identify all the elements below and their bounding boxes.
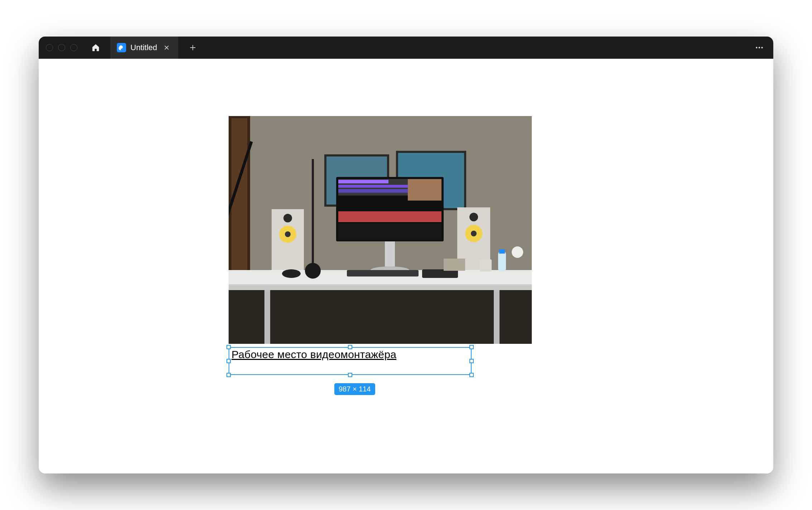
- resize-handle-w[interactable]: [226, 359, 231, 363]
- plus-icon: [189, 44, 196, 51]
- svg-point-39: [305, 263, 321, 279]
- resize-handle-s[interactable]: [348, 373, 352, 377]
- more-menu-button[interactable]: [750, 37, 768, 59]
- close-window-button[interactable]: [46, 44, 53, 51]
- home-icon: [91, 43, 100, 52]
- svg-rect-12: [264, 290, 270, 344]
- window-controls: [46, 44, 77, 51]
- svg-rect-16: [338, 180, 388, 183]
- svg-marker-10: [229, 284, 532, 290]
- svg-point-40: [282, 269, 301, 278]
- screenshot-wrapper: Untitled: [0, 0, 812, 510]
- app-icon: [117, 43, 126, 52]
- minimize-window-button[interactable]: [58, 44, 65, 51]
- svg-point-27: [283, 214, 292, 222]
- image-frame[interactable]: [229, 116, 532, 344]
- svg-point-30: [471, 231, 477, 236]
- canvas[interactable]: Рабочее место видеомонтажёра 987 × 114: [39, 59, 773, 473]
- tab-title: Untitled: [130, 43, 157, 52]
- svg-point-0: [756, 47, 757, 48]
- selection-dimensions-label: 987 × 114: [334, 383, 375, 395]
- svg-rect-36: [498, 251, 506, 271]
- resize-handle-n[interactable]: [348, 345, 352, 349]
- svg-rect-17: [338, 185, 410, 188]
- svg-rect-37: [499, 249, 505, 254]
- resize-handle-sw[interactable]: [226, 373, 231, 377]
- svg-rect-19: [408, 179, 441, 201]
- svg-rect-35: [479, 259, 492, 271]
- resize-handle-ne[interactable]: [469, 345, 474, 349]
- close-icon: [164, 45, 169, 50]
- app-window: Untitled: [39, 37, 773, 473]
- resize-handle-e[interactable]: [469, 359, 474, 363]
- new-tab-button[interactable]: [183, 37, 202, 59]
- svg-rect-13: [494, 290, 500, 344]
- resize-handle-nw[interactable]: [226, 345, 231, 349]
- resize-handle-se[interactable]: [469, 373, 474, 377]
- svg-point-42: [512, 246, 523, 258]
- zoom-window-button[interactable]: [70, 44, 77, 51]
- svg-rect-34: [444, 259, 465, 271]
- text-frame[interactable]: Рабочее место видеомонтажёра: [229, 347, 472, 375]
- svg-rect-32: [347, 270, 419, 276]
- svg-rect-11: [229, 290, 532, 344]
- svg-rect-21: [338, 223, 441, 240]
- svg-rect-22: [385, 241, 395, 266]
- svg-point-31: [469, 213, 478, 221]
- more-icon: [755, 43, 764, 52]
- image-desk-illustration: [229, 116, 532, 344]
- caption-text[interactable]: Рабочее место видеомонтажёра: [231, 349, 396, 360]
- svg-point-2: [761, 47, 763, 48]
- tab-untitled[interactable]: Untitled: [110, 37, 178, 59]
- home-button[interactable]: [86, 37, 105, 59]
- svg-rect-20: [338, 211, 441, 222]
- svg-point-26: [285, 231, 291, 237]
- close-tab-button[interactable]: [162, 43, 172, 53]
- svg-rect-38: [312, 159, 314, 270]
- titlebar: Untitled: [39, 37, 773, 59]
- svg-point-1: [759, 47, 760, 48]
